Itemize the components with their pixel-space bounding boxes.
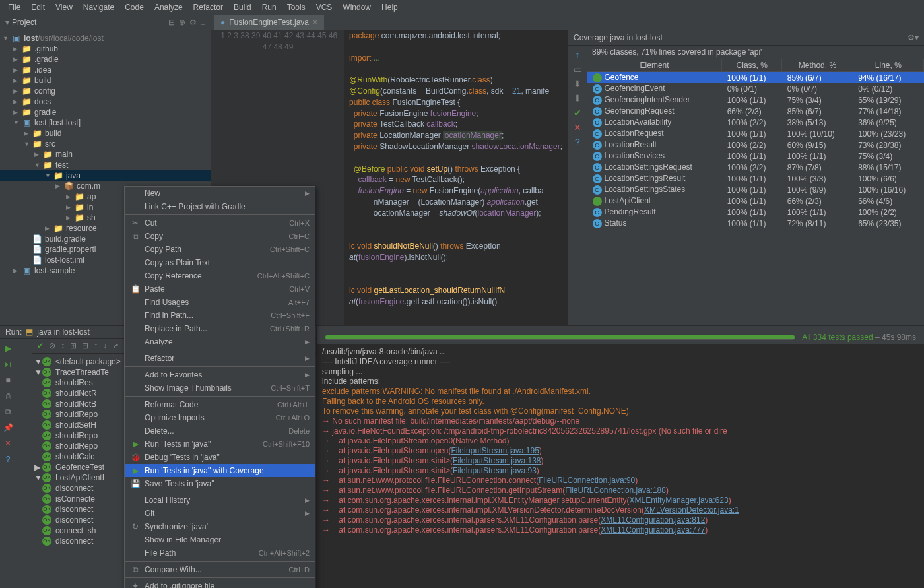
stop-icon[interactable]: ■ <box>5 376 10 385</box>
menu-item-debug-tests-in-java-[interactable]: 🐞Debug 'Tests in 'java'' <box>125 451 315 464</box>
coverage-table[interactable]: ElementClass, %Method, %Line, %IGeofence… <box>587 59 924 229</box>
tree-item[interactable]: ▶📁config <box>0 86 211 96</box>
help-icon[interactable]: ? <box>575 137 580 147</box>
menu-item-optimize-imports[interactable]: Optimize ImportsCtrl+Alt+O <box>125 411 315 424</box>
menu-code[interactable]: Code <box>121 1 148 13</box>
tree-item[interactable]: ▶📁main <box>0 149 211 160</box>
filter-ignored-icon[interactable]: ⊘ <box>49 341 55 350</box>
menu-item-cut[interactable]: ✂CutCtrl+X <box>125 216 315 230</box>
coverage-row[interactable]: CLocationRequest100% (1/1)100% (10/10)10… <box>587 128 924 139</box>
next-icon[interactable]: ↓ <box>103 341 107 350</box>
coverage-row[interactable]: CGeofencingIntentSender100% (1/1)75% (3/… <box>587 94 924 106</box>
menu-item-compare-with-[interactable]: ⧉Compare With...Ctrl+D <box>125 563 315 576</box>
export2-icon[interactable]: ⬇ <box>574 93 581 104</box>
menu-item-show-image-thumbnails[interactable]: Show Image ThumbnailsCtrl+Shift+T <box>125 381 315 395</box>
target-icon[interactable]: ⊕ <box>179 18 185 27</box>
menu-tools[interactable]: Tools <box>283 1 310 13</box>
tree-item[interactable]: ▶📁docs <box>0 96 211 107</box>
sort-icon[interactable]: ↕ <box>61 341 65 350</box>
project-dropdown-icon[interactable]: ▾ <box>5 18 9 27</box>
menu-item-run-tests-in-java-with-coverage[interactable]: ▶Run 'Tests in 'java'' with Coverage <box>125 464 315 477</box>
close-icon[interactable]: × <box>313 18 317 27</box>
pin-icon[interactable]: 📌 <box>3 423 13 432</box>
coverage-row[interactable]: CLocationSettingsStates100% (1/1)100% (9… <box>587 184 924 195</box>
menu-item-save-tests-in-java-[interactable]: 💾Save 'Tests in 'java'' <box>125 477 315 490</box>
menu-item-local-history[interactable]: Local History▶ <box>125 494 315 507</box>
context-menu[interactable]: New▶Link C++ Project with Gradle✂CutCtrl… <box>124 186 315 588</box>
rerun-cov-icon[interactable]: ⏯ <box>4 360 12 369</box>
menu-item-copy-as-plain-text[interactable]: Copy as Plain Text <box>125 256 315 269</box>
coverage-row[interactable]: CGeofencingEvent0% (0/1)0% (0/7)0% (0/12… <box>587 83 924 94</box>
menu-edit[interactable]: Edit <box>27 1 49 13</box>
menu-view[interactable]: View <box>51 1 77 13</box>
menu-item-add-to-gitignore-file[interactable]: ✦Add to .gitignore file <box>125 579 315 588</box>
coverage-row[interactable]: CStatus100% (1/1)72% (8/11)65% (23/35) <box>587 218 924 229</box>
gear-icon[interactable]: ⚙▾ <box>908 33 919 42</box>
layout-icon[interactable]: ⧉ <box>5 407 11 416</box>
menu-item-copy[interactable]: ⧉CopyCtrl+C <box>125 230 315 243</box>
filter-passed-icon[interactable]: ✔ <box>37 341 44 350</box>
tick-icon[interactable]: ✔ <box>574 108 581 118</box>
menu-help[interactable]: Help <box>378 1 402 13</box>
hide-icon[interactable]: ⟂ <box>201 18 205 27</box>
menu-item-synchronize-java-[interactable]: ↻Synchronize 'java' <box>125 520 315 533</box>
menu-item-file-path[interactable]: File PathCtrl+Alt+Shift+2 <box>125 546 315 560</box>
tree-item[interactable]: ▼📁java <box>0 170 211 181</box>
menu-item-paste[interactable]: 📋PasteCtrl+V <box>125 282 315 296</box>
menu-run[interactable]: Run <box>258 1 280 13</box>
console-output[interactable]: /usr/lib/jvm/java-8-oracle/bin/java ...-… <box>317 344 924 588</box>
export-icon[interactable]: ↗ <box>112 341 119 350</box>
coverage-row[interactable]: CGeofencingRequest66% (2/3)85% (6/7)77% … <box>587 106 924 117</box>
dump-icon[interactable]: ⎙ <box>6 391 11 401</box>
tree-item[interactable]: ▶📁.idea <box>0 65 211 75</box>
coverage-row[interactable]: ILostApiClient100% (1/1)66% (2/3)66% (4/… <box>587 195 924 207</box>
menu-file[interactable]: File <box>4 1 24 13</box>
collapse-icon[interactable]: ⊟ <box>168 18 175 27</box>
menu-item-show-in-file-manager[interactable]: Show in File Manager <box>125 533 315 546</box>
menu-item-link-c-project-with-gradle[interactable]: Link C++ Project with Gradle <box>125 200 315 213</box>
menu-item-delete-[interactable]: Delete...Delete <box>125 424 315 438</box>
up-arrow-icon[interactable]: ↑ <box>576 49 580 60</box>
menu-item-find-usages[interactable]: Find UsagesAlt+F7 <box>125 296 315 309</box>
menu-refactor[interactable]: Refactor <box>189 1 227 13</box>
coverage-row[interactable]: CLocationSettingsResult100% (1/1)100% (3… <box>587 173 924 184</box>
coverage-row[interactable]: CLocationAvailability100% (2/2)38% (5/13… <box>587 117 924 128</box>
editor-tab-bar[interactable]: ● FusionEngineTest.java × <box>211 15 924 30</box>
close-icon[interactable]: ✕ <box>574 122 581 133</box>
menu-item-run-tests-in-java-[interactable]: ▶Run 'Tests in 'java''Ctrl+Shift+F10 <box>125 438 315 451</box>
menu-build[interactable]: Build <box>230 1 255 13</box>
tree-item[interactable]: ▶📁.github <box>0 44 211 54</box>
menu-item-copy-path[interactable]: Copy PathCtrl+Shift+C <box>125 243 315 256</box>
tree-item[interactable]: ▶📁gradle <box>0 107 211 117</box>
coverage-row[interactable]: CLocationResult100% (2/2)60% (9/15)73% (… <box>587 139 924 150</box>
tree-root[interactable]: ▼▣lost /usr/local/code/lost <box>0 33 211 44</box>
menu-item-copy-reference[interactable]: Copy ReferenceCtrl+Alt+Shift+C <box>125 269 315 282</box>
editor-tab[interactable]: ● FusionEngineTest.java × <box>214 15 324 30</box>
menu-vcs[interactable]: VCS <box>312 1 337 13</box>
menu-item-find-in-path-[interactable]: Find in Path...Ctrl+Shift+F <box>125 309 315 322</box>
menu-item-reformat-code[interactable]: Reformat CodeCtrl+Alt+L <box>125 398 315 411</box>
menu-item-git[interactable]: Git▶ <box>125 507 315 520</box>
menu-item-new[interactable]: New▶ <box>125 187 315 200</box>
collapse-icon[interactable]: ⊟ <box>82 341 88 350</box>
menu-window[interactable]: Window <box>339 1 375 13</box>
menu-item-refactor[interactable]: Refactor▶ <box>125 352 315 365</box>
close-icon[interactable]: ✕ <box>5 439 11 448</box>
menubar[interactable]: FileEditViewNavigateCodeAnalyzeRefactorB… <box>0 0 924 15</box>
menu-item-replace-in-path-[interactable]: Replace in Path...Ctrl+Shift+R <box>125 322 315 335</box>
flat-icon[interactable]: ▭ <box>574 64 582 75</box>
menu-analyze[interactable]: Analyze <box>150 1 187 13</box>
tree-item[interactable]: ▼📁test <box>0 160 211 170</box>
tree-item[interactable]: ▶📁build <box>0 128 211 139</box>
tree-item[interactable]: ▼▣lost [lost-lost] <box>0 117 211 128</box>
menu-navigate[interactable]: Navigate <box>79 1 118 13</box>
coverage-row[interactable]: IGeofence100% (1/1)85% (6/7)94% (16/17) <box>587 72 924 84</box>
tree-item[interactable]: ▶📁.gradle <box>0 54 211 65</box>
expand-icon[interactable]: ⊞ <box>70 341 77 350</box>
rerun-icon[interactable]: ▶ <box>5 344 11 353</box>
help-icon[interactable]: ? <box>6 455 11 464</box>
coverage-row[interactable]: CLocationSettingsRequest100% (2/2)87% (7… <box>587 162 924 173</box>
coverage-row[interactable]: CPendingResult100% (1/1)100% (1/1)100% (… <box>587 207 924 218</box>
gear-icon[interactable]: ⚙ <box>189 18 197 27</box>
tree-item[interactable]: ▼📁src <box>0 139 211 149</box>
